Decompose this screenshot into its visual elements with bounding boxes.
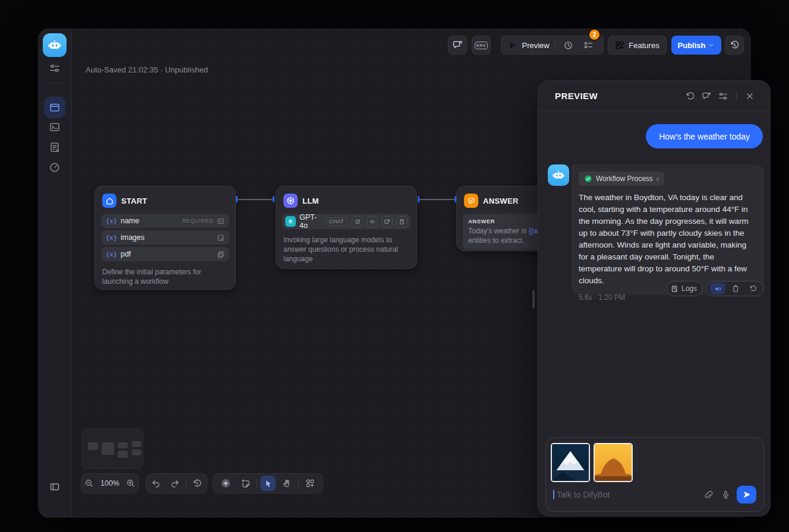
voice-input-button[interactable] <box>717 490 734 500</box>
sidebar-divider <box>45 83 64 83</box>
version-history-icon <box>729 40 740 50</box>
publish-button[interactable]: Publish <box>671 36 721 55</box>
workflow-settings-icon[interactable] <box>49 62 61 74</box>
organize-blocks-button[interactable] <box>302 479 318 488</box>
zoom-out-icon <box>84 479 94 488</box>
regenerate-icon <box>749 284 757 293</box>
node-description: Invoking large language models to answer… <box>283 235 409 264</box>
edge-start-llm <box>238 199 273 200</box>
logs-button[interactable]: Logs <box>667 281 703 296</box>
pointer-icon <box>264 479 273 488</box>
history-toolbar <box>146 473 207 493</box>
terminal-icon <box>49 121 61 133</box>
openai-icon <box>285 216 296 227</box>
chat-input-container <box>545 437 764 512</box>
chat-variable-icon <box>452 39 463 51</box>
sidebar <box>38 28 72 518</box>
bot-message-text: The weather in Boydton, VA today is clea… <box>579 192 757 287</box>
regenerate-button[interactable] <box>746 284 760 293</box>
start-field-images: {x} images <box>101 230 229 245</box>
bot-message-card: Workflow Process › The weather in Boydto… <box>572 164 764 295</box>
model-name: GPT-4o <box>299 213 321 230</box>
text-cursor <box>553 490 554 499</box>
gauge-icon <box>49 162 61 173</box>
add-note-icon <box>241 479 251 489</box>
redo-button[interactable] <box>167 479 184 489</box>
start-field-name: {x} name REQUIRED <box>101 214 229 228</box>
attach-file-button[interactable] <box>699 490 717 500</box>
image-attachment-fuji[interactable] <box>551 443 590 482</box>
chat-input-row <box>553 485 756 504</box>
checklist-icon <box>583 40 594 50</box>
run-history-icon <box>563 40 573 50</box>
run-history-button[interactable] <box>561 40 576 50</box>
divider <box>298 479 299 488</box>
preview-panel: PREVIEW How's the weather today Workflow… <box>538 80 771 517</box>
model-mode-badge: CHAT <box>325 217 348 226</box>
add-note-button[interactable] <box>237 479 254 489</box>
copy-icon <box>731 284 740 293</box>
user-message-bubble: How's the weather today <box>646 124 763 148</box>
collapse-sidebar-icon[interactable] <box>49 481 61 493</box>
chat-input[interactable] <box>556 489 699 500</box>
add-node-button[interactable] <box>217 478 234 489</box>
image-field-icon <box>217 234 225 242</box>
files-icon <box>217 251 225 258</box>
edge-llm-answer <box>419 199 455 200</box>
zoom-in-button[interactable] <box>124 479 138 488</box>
llm-model-row[interactable]: GPT-4o CHAT <box>282 214 411 229</box>
checklist-button[interactable] <box>581 40 596 50</box>
features-button[interactable]: Features <box>608 36 667 55</box>
zoom-out-button[interactable] <box>81 479 96 488</box>
preview-run-button[interactable]: Preview <box>522 41 549 50</box>
redo-icon <box>170 479 180 489</box>
panel-conversation-variables-button[interactable] <box>698 88 715 104</box>
sidebar-item-logs[interactable] <box>49 141 61 153</box>
tools-toolbar <box>213 473 323 493</box>
document-capability-icon <box>396 216 408 227</box>
bot-avatar <box>548 164 569 186</box>
canvas-scrollbar[interactable] <box>532 290 535 309</box>
zoom-toolbar: 100% <box>81 473 139 493</box>
node-start[interactable]: START {x} name REQUIRED {x} images {x} p… <box>94 186 236 290</box>
orchestrate-icon <box>49 102 61 113</box>
image-attachment-sunset[interactable] <box>594 443 633 482</box>
sidebar-item-api[interactable] <box>49 121 61 133</box>
sidebar-item-orchestrate[interactable] <box>44 97 65 118</box>
organize-icon <box>305 479 315 488</box>
sidebar-item-monitoring[interactable] <box>49 162 61 173</box>
node-llm[interactable]: LLM GPT-4o CHAT Invoking large language … <box>276 186 417 269</box>
edge-handle[interactable] <box>273 196 274 202</box>
version-history-button[interactable] <box>725 36 744 55</box>
send-button[interactable] <box>737 486 756 504</box>
pointer-tool-button[interactable] <box>260 476 276 491</box>
close-panel-button[interactable] <box>741 88 758 104</box>
variable-token: {{w <box>529 227 539 235</box>
divider <box>257 479 257 488</box>
divider <box>186 479 187 488</box>
logs-icon <box>671 285 678 293</box>
copy-button[interactable] <box>728 284 743 293</box>
speak-button[interactable] <box>710 283 725 294</box>
autosave-status: Auto-Saved 21:02:35 · Unpublished <box>86 65 208 74</box>
zoom-level[interactable]: 100% <box>100 479 119 487</box>
conversation-variables-button[interactable] <box>448 36 467 55</box>
restart-conversation-button[interactable] <box>681 88 698 104</box>
audio-capability-icon <box>367 216 378 227</box>
hand-tool-button[interactable] <box>279 479 295 488</box>
change-history-button[interactable] <box>189 479 206 489</box>
close-icon <box>745 91 755 101</box>
minimap[interactable] <box>81 429 143 469</box>
send-icon <box>742 490 752 499</box>
app-stage: Auto-Saved 21:02:35 · Unpublished ENV Pr… <box>0 0 789 532</box>
refresh-icon <box>684 91 695 102</box>
undo-button[interactable] <box>148 479 165 489</box>
panel-settings-button[interactable] <box>715 88 731 104</box>
app-logo[interactable] <box>43 33 67 57</box>
microphone-icon <box>721 490 731 500</box>
answer-icon <box>464 194 478 208</box>
message-meta: 5.6s · 1:20 PM <box>579 293 625 302</box>
workflow-process-toggle[interactable]: Workflow Process › <box>579 172 664 186</box>
env-variables-button[interactable]: ENV <box>472 36 491 55</box>
undo-icon <box>151 479 161 489</box>
